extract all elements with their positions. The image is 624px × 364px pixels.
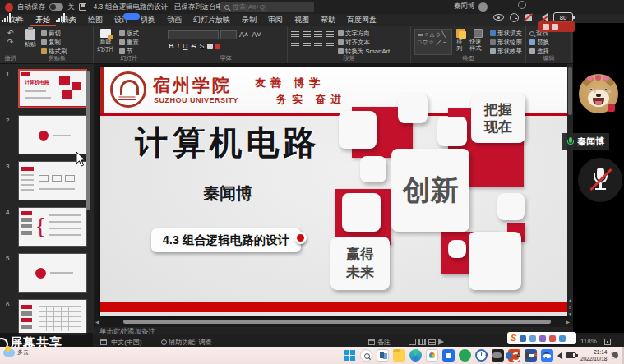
numbering-button[interactable] [303,31,311,38]
wifi-icon[interactable] [542,352,550,359]
input-keyboard-icon[interactable] [529,335,536,342]
font-name-box[interactable] [168,30,219,39]
slide-canvas[interactable]: 宿州学院 SUZHOU UNIVERSITY 友善 博学 务实 奋进 计算机电路… [100,67,567,316]
cut-button[interactable]: 剪切 [41,29,67,38]
section-title-pill[interactable]: 4.3 组合逻辑电路的设计 [151,228,301,252]
align-left-button[interactable] [291,43,299,49]
scrollbar-splitter[interactable]: ≡ [567,305,573,310]
menu-record[interactable]: 录制 [236,14,262,26]
taskbar-battery-icon[interactable] [566,352,576,358]
text-shadow-button[interactable]: S [199,42,206,50]
taskbar-clock[interactable]: 21:14 2022/10/18 [580,349,608,362]
shape-outline-button[interactable]: 形状轮廓 [490,38,522,47]
search-input[interactable] [233,3,307,11]
menu-review[interactable]: 审阅 [262,14,289,26]
fit-to-window-button[interactable] [604,338,611,345]
thumbnail-slide-4[interactable]: { [18,207,87,247]
bold-button[interactable]: B [168,42,175,50]
sogou-logo-icon[interactable]: S [511,334,516,343]
tray-mic-icon[interactable] [525,352,529,359]
edge-browser-icon[interactable] [409,349,422,362]
vertical-scrollbar-thumb[interactable] [568,67,572,115]
underline-button[interactable]: U [182,42,189,50]
reset-button[interactable]: 重置 [119,38,139,47]
notes-toggle-button[interactable]: 备注 [368,338,391,347]
thumbnail-slide-2[interactable] [18,115,87,154]
store-app-icon[interactable] [442,349,455,362]
menu-animations[interactable]: 动画 [161,14,187,26]
align-right-button[interactable] [314,43,322,49]
zoom-level[interactable]: 118% [580,338,597,345]
grow-font-button[interactable]: A˄ [238,30,249,39]
square-win-future[interactable]: 赢得未来 [330,237,390,290]
language-indicator[interactable]: 中文(中国) [100,338,142,347]
menu-draw[interactable]: 绘图 [82,14,109,26]
shrink-font-button[interactable]: A˅ [251,30,261,39]
italic-button[interactable]: I [177,42,181,50]
align-center-button[interactable] [303,43,311,49]
file-explorer-icon[interactable] [393,349,405,362]
scroll-right-icon[interactable]: ▶ [566,319,570,325]
night-mode-icon[interactable] [611,352,618,359]
arrange-button[interactable]: 排列 [456,29,465,55]
input-toolbox-icon[interactable] [559,335,566,342]
photos-app-icon[interactable] [426,349,438,362]
taskbar-search-icon[interactable] [360,349,372,362]
autosave-toggle[interactable] [49,3,63,11]
tray-cloud-icon[interactable] [492,352,502,358]
square-innovation[interactable]: 创新 [391,149,469,232]
copy-button[interactable]: 复制 [41,38,67,47]
menu-baidu-netdisk[interactable]: 百度网盘 [341,14,382,26]
strikethrough-button[interactable]: S [191,42,197,50]
accessibility-status[interactable]: 辅助功能: 调查 [161,338,211,347]
square-grasp-present[interactable]: 把握现在 [471,94,525,143]
slide-sorter-view-button[interactable] [418,339,426,345]
account-avatar[interactable] [478,2,488,12]
account-area[interactable]: 秦闻博 [454,2,488,12]
weather-widget[interactable]: 多云 [3,348,29,357]
font-color-button[interactable] [215,44,220,49]
reading-view-button[interactable] [428,339,436,345]
replace-button[interactable]: 替换 [529,38,568,47]
horizontal-scrollbar[interactable]: ◀ ▶ [94,318,573,325]
horizontal-scrollbar-thumb[interactable] [123,320,551,324]
redo-icon[interactable]: ↷ [3,38,17,47]
new-slide-button[interactable]: 新建幻灯片 [97,29,114,55]
slide-title[interactable]: 计算机电路 [125,120,330,165]
volume-icon[interactable] [554,352,562,359]
start-button[interactable] [344,349,356,362]
bullets-button[interactable] [291,31,299,38]
decrease-indent-button[interactable] [314,31,322,38]
green-app-icon[interactable] [459,349,471,362]
slideshow-button[interactable] [438,339,444,345]
task-view-icon[interactable] [377,349,389,362]
scroll-left-icon[interactable]: ◀ [95,319,99,325]
undo-icon[interactable]: ↶ [3,29,17,38]
thumbnail-slide-5[interactable] [18,253,87,293]
font-size-box[interactable] [220,30,237,39]
text-direction-button[interactable]: 文字方向 [338,29,390,38]
paste-button[interactable]: 粘贴 [25,29,36,55]
shape-fill-button[interactable]: 形状填充 [490,29,522,38]
justify-button[interactable] [326,43,334,49]
microphone-mute-button[interactable] [578,158,622,202]
layout-button[interactable]: 版式 [119,29,139,38]
increase-indent-button[interactable] [326,31,334,38]
tray-sogou-icon[interactable]: S [534,352,538,359]
slide-author[interactable]: 秦闻博 [125,182,330,205]
save-icon[interactable] [79,3,86,11]
align-text-button[interactable]: 对齐文本 [338,38,390,47]
next-slide-button[interactable]: ▼ [567,311,573,316]
tray-letter-icon[interactable]: A [516,352,521,359]
menu-slideshow[interactable]: 幻灯片放映 [187,14,236,26]
input-mode-icon[interactable] [520,335,526,342]
quick-styles-button[interactable]: 快速样式 [469,29,486,55]
highlight-color-button[interactable] [207,44,213,49]
search-box[interactable] [220,2,314,12]
menu-view[interactable]: 视图 [289,14,315,26]
input-clipboard-icon[interactable] [539,335,546,342]
input-emoji-icon[interactable] [549,335,556,342]
tray-expand-icon[interactable]: ^ [485,352,488,359]
tray-app-icon[interactable] [506,352,512,359]
thumbnail-scrollbar[interactable] [86,71,90,210]
